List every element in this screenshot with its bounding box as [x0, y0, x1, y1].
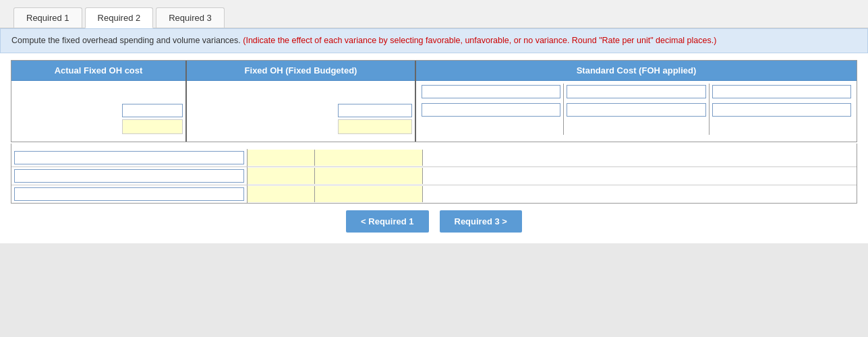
subcol3-spacer: [710, 120, 854, 135]
var-type1-input[interactable]: [318, 152, 419, 164]
var-label3-input[interactable]: [14, 187, 244, 201]
instruction-text-plain: Compute the fixed overhead spending and …: [11, 36, 243, 45]
actual-input-row1: [14, 104, 183, 117]
standard-subcols: [419, 84, 854, 135]
var-label2-input[interactable]: [14, 169, 244, 183]
subcol1-spacer: [419, 120, 563, 135]
fixed-yellow-cell: [338, 119, 412, 134]
top-section: Actual Fixed OH cost Fixed OH (Fix: [11, 60, 857, 142]
actual-body: [11, 81, 185, 142]
actual-header: Actual Fixed OH cost: [11, 61, 185, 81]
bottom-section: [11, 149, 857, 204]
prev-button[interactable]: < Required 1: [346, 210, 428, 233]
tab-required2[interactable]: Required 2: [85, 7, 154, 28]
standard-subcol1: [419, 84, 564, 135]
actual-input1[interactable]: [122, 104, 183, 117]
tab-required3[interactable]: Required 3: [156, 7, 225, 28]
tab-required1[interactable]: Required 1: [13, 7, 82, 28]
var-label3: [11, 185, 248, 203]
subcol3-row1: [710, 84, 854, 100]
content-area: Actual Fixed OH cost Fixed OH (Fix: [0, 53, 868, 243]
col-standard: Standard Cost (FOH applied): [416, 61, 857, 142]
standard-subcol2: [564, 84, 709, 135]
var-label1-input[interactable]: [14, 151, 244, 164]
subcol2-row1: [564, 84, 708, 100]
standard-subcol1-input1[interactable]: [422, 85, 560, 98]
fixed-input-row1: [190, 104, 412, 117]
next-button[interactable]: Required 3 >: [440, 210, 522, 233]
fixed-header: Fixed OH (Fixed Budgeted): [187, 61, 415, 81]
col-fixed: Fixed OH (Fixed Budgeted): [187, 61, 416, 142]
var-amount2-input[interactable]: [250, 170, 312, 182]
standard-subcol2-input1[interactable]: [567, 85, 705, 98]
instruction-text-highlight: (Indicate the effect of each variance by…: [243, 36, 716, 45]
var-type1: [315, 150, 423, 166]
fixed-input1[interactable]: [338, 104, 412, 117]
fixed-body: [187, 81, 415, 142]
var-label2: [11, 167, 248, 185]
actual-yellow-cell: [122, 119, 183, 134]
var-amount2: [248, 168, 315, 184]
subcol3-row2: [710, 102, 854, 118]
var-type3: [315, 186, 423, 202]
var-type2-input[interactable]: [318, 170, 419, 182]
separator-row: [11, 144, 857, 149]
col-actual: Actual Fixed OH cost: [11, 61, 187, 142]
variance-row-1: [11, 149, 857, 167]
var-amount3: [248, 186, 315, 202]
actual-yellow-row: [14, 119, 183, 134]
standard-subcol3-input2[interactable]: [712, 103, 851, 117]
variance-row-2: [11, 167, 857, 185]
var-label1: [11, 149, 248, 166]
standard-subcol3-input1[interactable]: [712, 85, 851, 98]
standard-header: Standard Cost (FOH applied): [416, 61, 857, 81]
subcol1-row1: [419, 84, 563, 100]
subcol2-spacer: [564, 120, 708, 135]
tabs-bar: Required 1 Required 2 Required 3: [0, 0, 868, 28]
variance-row-3: [11, 185, 857, 203]
standard-subcol2-input2[interactable]: [567, 103, 705, 117]
subcol1-row2: [419, 102, 563, 118]
nav-buttons: < Required 1 Required 3 >: [11, 210, 857, 233]
instruction-banner: Compute the fixed overhead spending and …: [0, 28, 868, 53]
var-type2: [315, 168, 423, 184]
fixed-yellow-row: [190, 119, 412, 134]
subcol2-row2: [564, 102, 708, 118]
standard-body: [416, 81, 857, 137]
var-amount1-input[interactable]: [250, 152, 312, 164]
standard-subcol1-input2[interactable]: [422, 103, 560, 117]
standard-subcol3: [710, 84, 854, 135]
var-amount1: [248, 150, 315, 166]
var-type3-input[interactable]: [318, 188, 419, 200]
var-amount3-input[interactable]: [250, 188, 312, 200]
